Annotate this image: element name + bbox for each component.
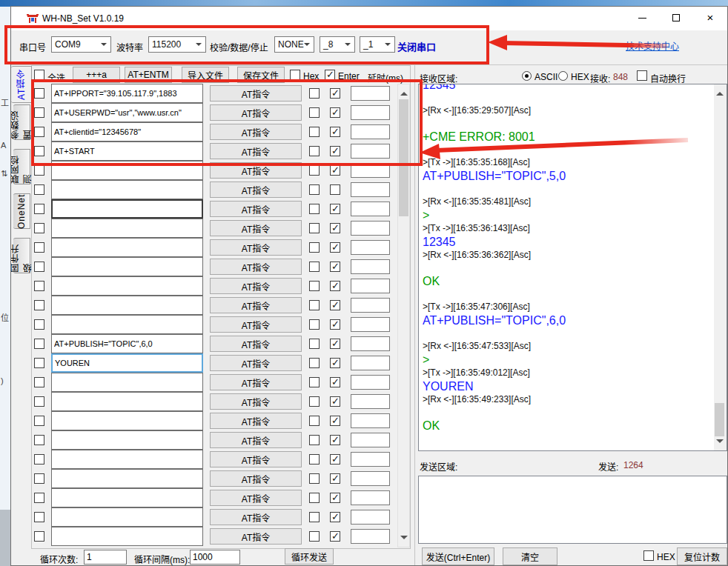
at-command-input[interactable] bbox=[51, 219, 203, 238]
at-send-button[interactable]: AT指令 bbox=[210, 201, 302, 217]
row-select-checkbox[interactable] bbox=[34, 319, 44, 330]
row-hex-checkbox[interactable] bbox=[309, 454, 320, 465]
send-input[interactable] bbox=[418, 476, 727, 544]
row-enter-checkbox[interactable] bbox=[330, 531, 340, 542]
row-delay-input[interactable] bbox=[351, 356, 390, 370]
row-select-checkbox[interactable] bbox=[34, 493, 44, 503]
row-hex-checkbox[interactable] bbox=[309, 88, 320, 99]
row-enter-checkbox[interactable] bbox=[330, 223, 340, 233]
at-command-input[interactable] bbox=[51, 238, 203, 257]
row-select-checkbox[interactable] bbox=[34, 262, 44, 272]
row-enter-checkbox[interactable] bbox=[330, 454, 340, 465]
row-delay-input[interactable] bbox=[351, 163, 390, 178]
row-hex-checkbox[interactable] bbox=[309, 281, 320, 291]
at-command-input[interactable] bbox=[51, 507, 203, 527]
row-delay-input[interactable] bbox=[351, 413, 390, 428]
import-file-button[interactable]: 导入文件 bbox=[182, 67, 229, 83]
row-select-checkbox[interactable] bbox=[34, 473, 44, 484]
receive-log[interactable]: 12345 >[Rx <-][16:35:29:507][Asc] +CME E… bbox=[418, 84, 727, 451]
at-command-input[interactable] bbox=[51, 450, 203, 469]
row-enter-checkbox[interactable] bbox=[330, 473, 340, 484]
row-hex-checkbox[interactable] bbox=[309, 493, 320, 503]
at-command-input[interactable] bbox=[51, 488, 203, 507]
row-select-checkbox[interactable] bbox=[34, 339, 44, 349]
stopbits-select[interactable]: _1 bbox=[360, 36, 395, 53]
auto-wrap-checkbox[interactable] bbox=[637, 70, 647, 81]
at-send-button[interactable]: AT指令 bbox=[210, 259, 302, 275]
at-send-button[interactable]: AT指令 bbox=[210, 451, 302, 467]
ascii-radio[interactable] bbox=[522, 71, 532, 81]
row-hex-checkbox[interactable] bbox=[309, 204, 320, 214]
row-enter-checkbox[interactable] bbox=[330, 204, 340, 214]
minimize-button[interactable] bbox=[625, 7, 659, 29]
at-send-button[interactable]: AT指令 bbox=[210, 104, 302, 121]
at-send-button[interactable]: AT指令 bbox=[210, 143, 302, 159]
baud-select[interactable]: 115200 bbox=[148, 36, 206, 53]
tech-support-link[interactable]: 技术支持中心 bbox=[626, 39, 679, 52]
row-enter-checkbox[interactable] bbox=[330, 493, 340, 503]
at-command-input[interactable] bbox=[51, 199, 203, 219]
at-list-scrollbar[interactable] bbox=[397, 84, 410, 547]
at-entm-button[interactable]: AT+ENTM bbox=[125, 67, 172, 83]
at-send-button[interactable]: AT指令 bbox=[210, 490, 302, 506]
row-enter-checkbox[interactable] bbox=[330, 146, 340, 156]
row-hex-checkbox[interactable] bbox=[309, 127, 320, 137]
row-hex-checkbox[interactable] bbox=[309, 512, 320, 522]
row-hex-checkbox[interactable] bbox=[309, 435, 320, 445]
at-send-button[interactable]: AT指令 bbox=[210, 278, 302, 294]
close-button[interactable]: × bbox=[693, 7, 727, 29]
row-enter-checkbox[interactable] bbox=[330, 416, 340, 426]
row-delay-input[interactable] bbox=[351, 490, 390, 505]
send-hex-checkbox[interactable] bbox=[643, 550, 654, 561]
row-select-checkbox[interactable] bbox=[34, 184, 44, 195]
row-delay-input[interactable] bbox=[351, 452, 390, 467]
row-hex-checkbox[interactable] bbox=[309, 377, 320, 387]
scroll-down-icon[interactable] bbox=[716, 439, 724, 447]
at-send-button[interactable]: AT指令 bbox=[210, 528, 302, 545]
at-send-button[interactable]: AT指令 bbox=[210, 316, 302, 333]
at-command-input[interactable] bbox=[51, 257, 203, 276]
row-enter-checkbox[interactable] bbox=[330, 262, 340, 272]
at-send-button[interactable]: AT指令 bbox=[210, 355, 302, 371]
at-send-button[interactable]: AT指令 bbox=[210, 509, 302, 525]
row-select-checkbox[interactable] bbox=[34, 512, 44, 522]
close-serial-button[interactable]: 关闭串口 bbox=[397, 39, 436, 53]
row-delay-input[interactable] bbox=[351, 394, 390, 409]
row-enter-checkbox[interactable] bbox=[330, 339, 340, 349]
at-command-input[interactable] bbox=[51, 334, 203, 353]
sidebar-tab-1[interactable]: 参数设置 bbox=[13, 104, 30, 140]
row-delay-input[interactable] bbox=[351, 375, 390, 390]
row-hex-checkbox[interactable] bbox=[309, 146, 320, 156]
row-enter-checkbox[interactable] bbox=[330, 300, 340, 310]
at-send-button[interactable]: AT指令 bbox=[210, 470, 302, 487]
row-select-checkbox[interactable] bbox=[34, 88, 44, 99]
row-delay-input[interactable] bbox=[351, 240, 390, 255]
row-select-checkbox[interactable] bbox=[34, 377, 44, 387]
at-send-button[interactable]: AT指令 bbox=[210, 85, 302, 101]
row-hex-checkbox[interactable] bbox=[309, 396, 320, 407]
row-select-checkbox[interactable] bbox=[34, 165, 44, 176]
at-command-input[interactable] bbox=[51, 392, 203, 411]
row-hex-checkbox[interactable] bbox=[309, 319, 320, 330]
scroll-down-icon[interactable] bbox=[400, 536, 408, 543]
at-send-button[interactable]: AT指令 bbox=[210, 297, 302, 313]
row-select-checkbox[interactable] bbox=[34, 300, 44, 310]
at-send-button[interactable]: AT指令 bbox=[210, 374, 302, 390]
sidebar-tab-2[interactable]: 联网检测 bbox=[13, 149, 30, 184]
databits-select[interactable]: _8 bbox=[320, 36, 355, 53]
row-delay-input[interactable] bbox=[351, 433, 390, 447]
row-hex-checkbox[interactable] bbox=[309, 184, 320, 195]
row-delay-input[interactable] bbox=[351, 182, 390, 197]
at-send-button[interactable]: AT指令 bbox=[210, 413, 302, 429]
row-delay-input[interactable] bbox=[351, 471, 390, 486]
row-select-checkbox[interactable] bbox=[34, 242, 44, 253]
row-enter-checkbox[interactable] bbox=[330, 512, 340, 522]
reset-count-button[interactable]: 复位计数 bbox=[677, 547, 727, 565]
serial-port-select[interactable]: COM9 bbox=[51, 36, 111, 53]
row-delay-input[interactable] bbox=[351, 221, 390, 236]
row-delay-input[interactable] bbox=[351, 298, 390, 313]
at-send-button[interactable]: AT指令 bbox=[210, 336, 302, 352]
cycle-send-button[interactable]: 循环发送 bbox=[285, 548, 334, 565]
row-hex-checkbox[interactable] bbox=[309, 223, 320, 233]
parity-select[interactable]: NONE bbox=[274, 36, 314, 53]
